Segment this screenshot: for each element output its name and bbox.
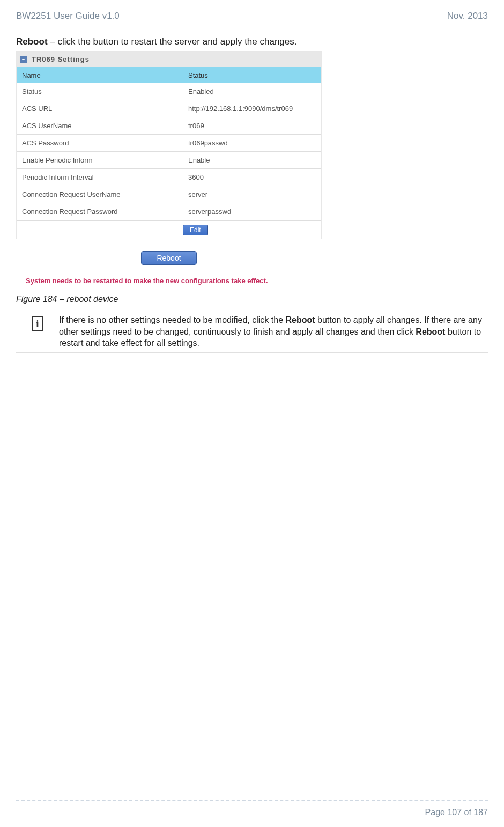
table-row: Status Enabled xyxy=(17,83,321,100)
row-label: Connection Request UserName xyxy=(17,190,183,198)
table-row: Connection Request UserName server xyxy=(17,186,321,203)
row-label: ACS UserName xyxy=(17,122,183,130)
table-row: Enable Periodic Inform Enable xyxy=(17,152,321,169)
doc-date: Nov. 2013 xyxy=(447,11,488,21)
table-row: ACS UserName tr069 xyxy=(17,117,321,135)
row-value: tr069 xyxy=(183,122,321,130)
page-footer: Page 107 of 187 xyxy=(16,800,488,817)
row-label: Enable Periodic Inform xyxy=(17,156,183,164)
info-bold: Reboot xyxy=(285,315,315,324)
panel-toggle-icon[interactable]: – xyxy=(20,56,27,63)
row-label: Connection Request Password xyxy=(17,208,183,216)
row-value: http://192.168.1.1:9090/dms/tr069 xyxy=(183,105,321,113)
reboot-label-bold: Reboot xyxy=(16,36,48,47)
info-bold: Reboot xyxy=(416,327,445,336)
tr069-settings-panel: – TR069 Settings Name Status Status Enab… xyxy=(16,51,322,239)
doc-title: BW2251 User Guide v1.0 xyxy=(16,11,120,21)
row-label: Status xyxy=(17,87,183,95)
page-header: BW2251 User Guide v1.0 Nov. 2013 xyxy=(16,11,488,21)
reboot-label-rest: – click the button to restart the server… xyxy=(48,36,297,47)
info-note-box: i If there is no other settings needed t… xyxy=(16,311,488,353)
restart-warning: System needs to be restarted to make the… xyxy=(16,277,322,285)
table-row: ACS Password tr069passwd xyxy=(17,135,321,152)
reboot-description: Reboot – click the button to restart the… xyxy=(16,36,488,47)
info-note-text: If there is no other settings needed to … xyxy=(59,314,488,349)
edit-button-row: Edit xyxy=(17,220,321,239)
row-value: serverpasswd xyxy=(183,208,321,216)
row-value: server xyxy=(183,190,321,198)
info-part: If there is no other settings needed to … xyxy=(59,315,285,324)
col-header-status: Status xyxy=(183,71,321,79)
row-label: ACS Password xyxy=(17,139,183,147)
row-value: Enabled xyxy=(183,87,321,95)
table-header-row: Name Status xyxy=(17,67,321,83)
row-label: Periodic Inform Interval xyxy=(17,173,183,181)
row-value: tr069passwd xyxy=(183,139,321,147)
row-label: ACS URL xyxy=(17,105,183,113)
reboot-button-row: Reboot xyxy=(16,241,322,277)
row-value: 3600 xyxy=(183,173,321,181)
panel-title-bar: – TR069 Settings xyxy=(17,52,321,67)
edit-button[interactable]: Edit xyxy=(183,225,208,235)
reboot-button[interactable]: Reboot xyxy=(141,251,196,265)
info-icon: i xyxy=(32,316,43,331)
table-row: Connection Request Password serverpasswd xyxy=(17,203,321,220)
row-value: Enable xyxy=(183,156,321,164)
panel-title-text: TR069 Settings xyxy=(32,55,90,63)
figure-caption: Figure 184 – reboot device xyxy=(16,294,488,304)
table-row: ACS URL http://192.168.1.1:9090/dms/tr06… xyxy=(17,100,321,117)
table-row: Periodic Inform Interval 3600 xyxy=(17,169,321,186)
col-header-name: Name xyxy=(17,71,183,79)
